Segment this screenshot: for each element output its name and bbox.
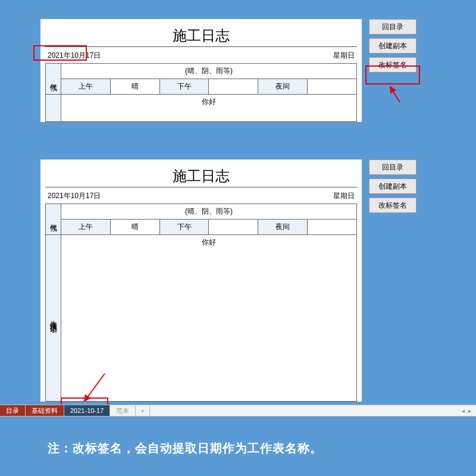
weather-hint: (晴、阴、雨等)	[61, 64, 357, 79]
period-night-label: 夜间	[258, 220, 308, 235]
weekday-text: 星期日	[333, 191, 355, 201]
copy-button[interactable]: 创建副本	[369, 38, 416, 54]
log-sheet-top: 施工日志 2021年10月17日 星期日 气候 (晴、阴、雨等) 上午 晴 下午	[40, 19, 362, 122]
weather-table: 气候 (晴、阴、雨等) 上午 晴 下午 夜间 生产情况记录 你好	[45, 203, 357, 402]
footnote: 注：改标签名，会自动提取日期作为工作表名称。	[48, 440, 322, 456]
rename-button[interactable]: 改标签名	[369, 198, 416, 213]
period-am-label: 上午	[61, 79, 111, 95]
period-am-value[interactable]: 晴	[110, 220, 159, 235]
weather-hint: (晴、阴、雨等)	[61, 204, 357, 220]
page-title: 施工日志	[45, 23, 357, 47]
tab-template[interactable]: 范本	[110, 405, 136, 416]
tab-directory[interactable]: 目录	[0, 405, 26, 416]
content-cell[interactable]: 你好	[61, 235, 357, 402]
record-vlabel: 生产情况记录	[46, 235, 61, 402]
tab-basic-info[interactable]: 基础资料	[26, 405, 64, 416]
copy-button[interactable]: 创建副本	[369, 178, 416, 194]
tab-date-sheet[interactable]: 2021-10-17	[64, 405, 110, 416]
period-pm-value[interactable]	[209, 79, 258, 95]
content-cell[interactable]: 你好	[61, 95, 357, 122]
period-am-value[interactable]: 晴	[110, 79, 159, 95]
period-pm-label: 下午	[159, 220, 209, 235]
period-am-label: 上午	[61, 220, 111, 235]
weather-vlabel: 气候	[46, 64, 61, 95]
weather-table: 气候 (晴、阴、雨等) 上午 晴 下午 夜间 你好	[45, 63, 357, 122]
log-sheet-bottom: 施工日志 2021年10月17日 星期日 气候 (晴、阴、雨等) 上午 晴 下午	[40, 159, 362, 402]
period-pm-value[interactable]	[209, 220, 258, 235]
page-title: 施工日志	[45, 163, 357, 187]
weather-vlabel: 气候	[46, 204, 61, 235]
period-night-label: 夜间	[258, 79, 308, 95]
scroll-right-icon[interactable]: ▸	[468, 408, 471, 414]
sheet-tabs-bar: 目录 基础资料 2021-10-17 范本 ＋ ◂ ▸	[0, 405, 476, 416]
weekday-text: 星期日	[333, 51, 355, 61]
period-night-value[interactable]	[308, 79, 357, 95]
rename-button[interactable]: 改标签名	[369, 57, 416, 73]
scroll-left-icon[interactable]: ◂	[462, 408, 465, 414]
date-text: 2021年10月17日	[48, 191, 101, 201]
date-text: 2021年10月17日	[48, 51, 101, 61]
back-button[interactable]: 回目录	[369, 19, 416, 35]
period-night-value[interactable]	[308, 220, 357, 235]
back-button[interactable]: 回目录	[369, 159, 416, 175]
period-pm-label: 下午	[159, 79, 209, 95]
tab-add[interactable]: ＋	[136, 405, 150, 416]
